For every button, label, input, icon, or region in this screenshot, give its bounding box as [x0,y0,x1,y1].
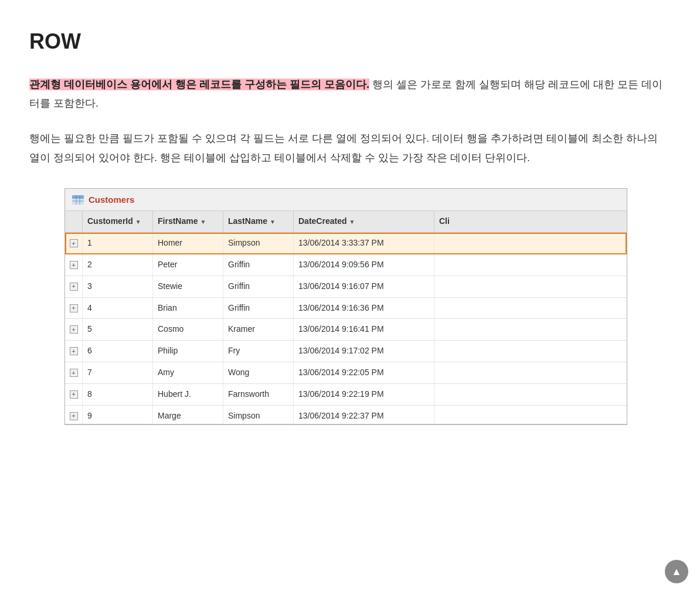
row-lastname-cell: Kramer [223,319,294,340]
row-expand-cell[interactable]: + [65,298,83,319]
row-lastname-cell: Wong [223,362,294,383]
col-header-lastname[interactable]: LastName ▼ [223,211,294,232]
table-row[interactable]: + 1 Homer Simpson 13/06/2014 3:33:37 PM [65,233,627,254]
row-cli-cell [434,233,470,254]
row-id-cell: 8 [83,384,153,405]
customers-table-container: Customers CustomerId ▼ FirstName ▼ LastN… [64,188,627,425]
table-tab: Customers [65,189,627,212]
row-lastname-cell: Fry [223,341,294,362]
expand-button[interactable]: + [70,390,78,399]
table-row[interactable]: + 4 Brian Griffin 13/06/2014 9:16:36 PM [65,298,627,319]
page-title: ROW [29,23,671,59]
expand-button[interactable]: + [70,347,78,355]
row-cli-cell [434,254,470,276]
table-header-row: CustomerId ▼ FirstName ▼ LastName ▼ Date… [65,211,627,233]
row-firstname-cell: Stewie [153,276,223,297]
row-cli-cell [434,298,470,319]
row-datecreated-cell: 13/06/2014 9:22:05 PM [294,362,434,383]
row-firstname-cell: Cosmo [153,319,223,340]
row-expand-cell[interactable]: + [65,341,83,362]
row-lastname-cell: Simpson [223,233,294,254]
row-lastname-cell: Farnsworth [223,384,294,405]
expand-button[interactable]: + [70,325,78,334]
row-expand-cell[interactable]: + [65,362,83,383]
col-header-cli: Cli [434,211,470,232]
row-firstname-cell: Hubert J. [153,384,223,405]
row-datecreated-cell: 13/06/2014 9:22:37 PM [294,406,434,424]
expand-button[interactable]: + [70,261,78,269]
col-header-customerid[interactable]: CustomerId ▼ [83,211,153,232]
row-id-cell: 1 [83,233,153,254]
row-datecreated-cell: 13/06/2014 9:16:36 PM [294,298,434,319]
table-row[interactable]: + 2 Peter Griffin 13/06/2014 9:09:56 PM [65,254,627,276]
row-firstname-cell: Marge [153,406,223,424]
table-row[interactable]: + 5 Cosmo Kramer 13/06/2014 9:16:41 PM [65,319,627,341]
table-tab-label: Customers [89,192,134,208]
table-row[interactable]: + 7 Amy Wong 13/06/2014 9:22:05 PM [65,362,627,384]
definition-block: 관계형 데이터베이스 용어에서 행은 레코드를 구성하는 필드의 모음이다. 행… [29,76,671,113]
expand-button[interactable]: + [70,369,78,377]
col-header-datecreated[interactable]: DateCreated ▼ [294,211,434,232]
row-lastname-cell: Griffin [223,298,294,319]
row-expand-cell[interactable]: + [65,276,83,297]
row-cli-cell [434,384,470,405]
table-body: + 1 Homer Simpson 13/06/2014 3:33:37 PM … [65,233,627,424]
row-firstname-cell: Amy [153,362,223,383]
expand-button[interactable]: + [70,239,78,247]
row-lastname-cell: Simpson [223,406,294,424]
row-cli-cell [434,362,470,383]
row-id-cell: 7 [83,362,153,383]
table-row[interactable]: + 8 Hubert J. Farnsworth 13/06/2014 9:22… [65,384,627,406]
row-firstname-cell: Peter [153,254,223,276]
sort-arrow-date: ▼ [349,217,355,227]
definition-text: 관계형 데이터베이스 용어에서 행은 레코드를 구성하는 필드의 모음이다. 행… [29,76,671,113]
row-cli-cell [434,341,470,362]
sort-arrow-id: ▼ [135,217,141,227]
row-lastname-cell: Griffin [223,254,294,276]
row-datecreated-cell: 13/06/2014 9:17:02 PM [294,341,434,362]
row-expand-cell[interactable]: + [65,384,83,405]
col-header-expand [65,211,83,232]
row-cli-cell [434,406,470,424]
expand-button[interactable]: + [70,283,78,291]
row-datecreated-cell: 13/06/2014 9:16:41 PM [294,319,434,340]
row-firstname-cell: Philip [153,341,223,362]
row-datecreated-cell: 13/06/2014 3:33:37 PM [294,233,434,254]
row-cli-cell [434,276,470,297]
row-firstname-cell: Homer [153,233,223,254]
row-expand-cell[interactable]: + [65,254,83,276]
highlighted-text: 관계형 데이터베이스 용어에서 행은 레코드를 구성하는 필드의 모음이다. [29,79,369,90]
expand-button[interactable]: + [70,412,78,420]
row-id-cell: 6 [83,341,153,362]
expand-button[interactable]: + [70,304,78,312]
sort-arrow-lastname: ▼ [270,217,276,227]
row-expand-cell[interactable]: + [65,319,83,340]
row-id-cell: 4 [83,298,153,319]
row-expand-cell[interactable]: + [65,406,83,424]
row-id-cell: 3 [83,276,153,297]
row-expand-cell[interactable]: + [65,233,83,254]
table-row[interactable]: + 9 Marge Simpson 13/06/2014 9:22:37 PM [65,406,627,424]
row-firstname-cell: Brian [153,298,223,319]
table-row[interactable]: + 6 Philip Fry 13/06/2014 9:17:02 PM [65,341,627,362]
row-id-cell: 9 [83,406,153,424]
table-row[interactable]: + 3 Stewie Griffin 13/06/2014 9:16:07 PM [65,276,627,298]
row-cli-cell [434,319,470,340]
row-id-cell: 5 [83,319,153,340]
row-datecreated-cell: 13/06/2014 9:16:07 PM [294,276,434,297]
row-id-cell: 2 [83,254,153,276]
main-paragraph: 행에는 필요한 만큼 필드가 포함될 수 있으며 각 필드는 서로 다른 열에 … [29,129,671,167]
svg-rect-1 [72,195,84,198]
table-icon [72,195,84,205]
row-datecreated-cell: 13/06/2014 9:09:56 PM [294,254,434,276]
col-header-firstname[interactable]: FirstName ▼ [153,211,223,232]
row-datecreated-cell: 13/06/2014 9:22:19 PM [294,384,434,405]
sort-arrow-firstname: ▼ [200,217,206,227]
row-lastname-cell: Griffin [223,276,294,297]
